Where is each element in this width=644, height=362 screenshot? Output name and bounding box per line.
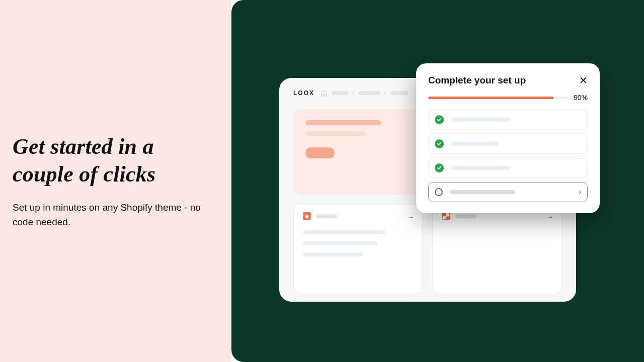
puzzle-icon <box>442 212 450 220</box>
check-icon <box>435 163 444 172</box>
feature-card[interactable]: → <box>293 204 423 294</box>
placeholder-button <box>305 147 335 158</box>
crumb-placeholder <box>358 91 380 95</box>
crumb-placeholder <box>390 91 409 95</box>
popup-title: Complete your set up <box>428 75 526 86</box>
placeholder-line <box>316 214 337 218</box>
progress-fill <box>428 97 553 99</box>
headline: Get started in a couple of clicks <box>13 133 211 188</box>
check-icon <box>435 139 444 148</box>
feature-card[interactable]: → <box>433 204 562 294</box>
placeholder-line <box>303 241 378 245</box>
setup-step[interactable] <box>428 110 588 130</box>
setup-step-pending[interactable]: › <box>428 182 588 202</box>
placeholder-line <box>305 131 366 136</box>
star-icon <box>303 212 311 220</box>
placeholder-line <box>451 166 511 170</box>
setup-step[interactable] <box>428 134 588 154</box>
arrow-right-icon: → <box>408 213 414 221</box>
setup-step[interactable] <box>428 158 588 178</box>
breadcrumb: / / <box>320 89 409 97</box>
crumb-separator: / <box>353 89 354 97</box>
placeholder-line <box>450 190 515 194</box>
placeholder-line <box>303 230 385 234</box>
right-panel: LOOX / / <box>231 0 644 362</box>
arrow-right-icon: → <box>547 213 553 221</box>
placeholder-line <box>305 120 381 125</box>
subheadline: Set up in minutes on any Shopify theme -… <box>13 200 211 230</box>
placeholder-line <box>303 252 363 256</box>
progress-label: 90% <box>574 94 588 102</box>
close-icon[interactable]: ✕ <box>579 74 588 86</box>
placeholder-line <box>451 142 499 146</box>
app-logo: LOOX <box>293 89 314 97</box>
crumb-separator: / <box>384 89 386 97</box>
progress-bar: 90% <box>428 94 588 102</box>
chevron-right-icon: › <box>579 188 581 197</box>
home-icon <box>320 89 328 97</box>
circle-icon <box>435 188 443 196</box>
left-panel: Get started in a couple of clicks Set up… <box>0 0 231 362</box>
setup-popup: Complete your set up ✕ 90% <box>416 63 600 213</box>
crumb-placeholder <box>332 91 349 95</box>
placeholder-line <box>455 214 476 218</box>
check-icon <box>435 115 444 124</box>
placeholder-line <box>451 118 511 122</box>
